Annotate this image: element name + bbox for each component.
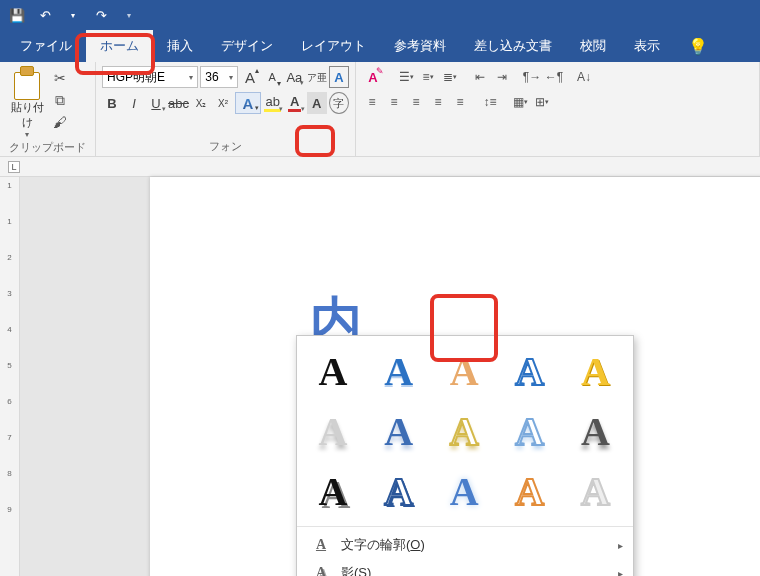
text-effects-button[interactable]: A▾ [235,92,261,114]
group-clipboard-title: クリップボード [6,139,89,155]
font-name-value: HGP明朝E [107,69,165,86]
tab-design[interactable]: デザイン [207,30,287,62]
clipboard-icon [12,66,42,98]
change-case-icon[interactable]: Aa▾ [284,66,304,88]
text-effects-gallery: AAAAAAAAAAAAAAA A文字の輪郭(O)▸ A影(S)▸ A反射(R)… [296,335,634,576]
borders-icon[interactable]: ⊞▾ [532,92,552,112]
subscript-icon[interactable]: X₂ [191,92,211,114]
shrink-font-icon[interactable]: A▾ [262,66,282,88]
sort-icon[interactable]: A↓ [574,67,594,87]
gallery-item-11[interactable]: A [371,466,427,516]
gallery-item-12[interactable]: A [436,466,492,516]
gallery-item-3[interactable]: A [502,346,558,396]
group-font: HGP明朝E▾ 36▾ A▴ A▾ Aa▾ ア亜 A B I U▾ abc X₂… [96,62,356,156]
tab-mailings[interactable]: 差し込み文書 [460,30,566,62]
group-paragraph-title [362,153,753,154]
group-clipboard: 貼り付け ▾ ✂ ⧉ 🖌 クリップボード [0,62,96,156]
rtl-icon[interactable]: ←¶ [544,67,564,87]
ribbon: 貼り付け ▾ ✂ ⧉ 🖌 クリップボード HGP明朝E▾ 36▾ A▴ A▾ A… [0,62,760,157]
italic-icon[interactable]: I [124,92,144,114]
horizontal-ruler: L [0,157,760,177]
cut-icon[interactable]: ✂ [52,70,68,86]
gallery-item-5[interactable]: A [305,406,361,456]
highlight-icon[interactable]: ab▾ [263,92,283,114]
redo-icon[interactable]: ↷ [92,6,110,24]
save-icon[interactable]: 💾 [8,6,26,24]
undo-dropdown-icon[interactable]: ▾ [64,6,82,24]
gallery-item-14[interactable]: A [567,466,623,516]
gallery-item-4[interactable]: A [567,346,623,396]
paste-button[interactable]: 貼り付け ▾ [6,66,48,139]
multilevel-icon[interactable]: ≣▾ [440,67,460,87]
gallery-menu: A文字の輪郭(O)▸ A影(S)▸ A反射(R)▸ A光彩(G)▸ 12₃番号ス… [297,526,633,576]
grow-font-icon[interactable]: A▴ [240,66,260,88]
tell-me-icon[interactable]: 💡 [680,31,716,62]
tab-references[interactable]: 参考資料 [380,30,460,62]
clear-format-icon[interactable]: A✎ [362,66,384,88]
document-area: 1123456789 8642222426 内 かがお過ごしでし 区切りの年を迎… [0,177,760,576]
group-paragraph: A✎ ☰▾ ≡▾ ≣▾ ⇤ ⇥ ¶→ ←¶ A↓ ≡ ≡ ≡ ≡ ≡ [356,62,760,156]
quick-access-toolbar: 💾 ↶ ▾ ↷ ▾ [0,0,760,30]
char-border-icon[interactable]: A [329,66,349,88]
font-color-icon[interactable]: A▾ [285,92,305,114]
copy-icon[interactable]: ⧉ [52,92,68,108]
justify-icon[interactable]: ≡ [428,92,448,112]
ruby-icon[interactable]: ア亜 [306,66,326,88]
align-center-icon[interactable]: ≡ [384,92,404,112]
tab-layout[interactable]: レイアウト [287,30,380,62]
qat-customize-icon[interactable]: ▾ [120,6,138,24]
shading-icon[interactable]: ▦▾ [510,92,530,112]
bold-icon[interactable]: B [102,92,122,114]
gallery-grid: AAAAAAAAAAAAAAA [297,336,633,526]
distribute-icon[interactable]: ≡ [450,92,470,112]
align-left-icon[interactable]: ≡ [362,92,382,112]
gallery-item-13[interactable]: A [502,466,558,516]
gallery-item-1[interactable]: A [371,346,427,396]
font-size-value: 36 [205,70,218,84]
gallery-item-6[interactable]: A [371,406,427,456]
gallery-item-7[interactable]: A [436,406,492,456]
vertical-ruler: 1123456789 [0,177,20,576]
strike-icon[interactable]: abc [168,92,189,114]
font-name-combo[interactable]: HGP明朝E▾ [102,66,198,88]
inc-indent-icon[interactable]: ⇥ [492,67,512,87]
paste-label: 貼り付け [11,101,44,128]
tab-view[interactable]: 表示 [620,30,674,62]
group-font-title: フォン [102,138,349,154]
menu-shadow[interactable]: A影(S)▸ [297,559,633,576]
ruler-tab-selector[interactable]: L [8,161,20,173]
gallery-item-10[interactable]: A [305,466,361,516]
menu-outline[interactable]: A文字の輪郭(O)▸ [297,531,633,559]
ribbon-tabs: ファイル ホーム 挿入 デザイン レイアウト 参考資料 差し込み文書 校閲 表示… [0,30,760,62]
bullets-icon[interactable]: ☰▾ [396,67,416,87]
format-painter-icon[interactable]: 🖌 [52,114,68,130]
gallery-item-2[interactable]: A [436,346,492,396]
tab-file[interactable]: ファイル [6,30,86,62]
dec-indent-icon[interactable]: ⇤ [470,67,490,87]
gallery-item-9[interactable]: A [567,406,623,456]
enclose-char-icon[interactable]: 字 [329,92,349,114]
underline-icon[interactable]: U▾ [146,92,166,114]
numbering-icon[interactable]: ≡▾ [418,67,438,87]
superscript-icon[interactable]: X² [213,92,233,114]
char-shading-icon[interactable]: A [307,92,327,114]
font-size-combo[interactable]: 36▾ [200,66,238,88]
gallery-item-0[interactable]: A [305,346,361,396]
ltr-icon[interactable]: ¶→ [522,67,542,87]
line-spacing-icon[interactable]: ↕≡ [480,92,500,112]
gallery-item-8[interactable]: A [502,406,558,456]
undo-icon[interactable]: ↶ [36,6,54,24]
tab-home[interactable]: ホーム [86,30,153,62]
tab-insert[interactable]: 挿入 [153,30,207,62]
align-right-icon[interactable]: ≡ [406,92,426,112]
tab-review[interactable]: 校閲 [566,30,620,62]
